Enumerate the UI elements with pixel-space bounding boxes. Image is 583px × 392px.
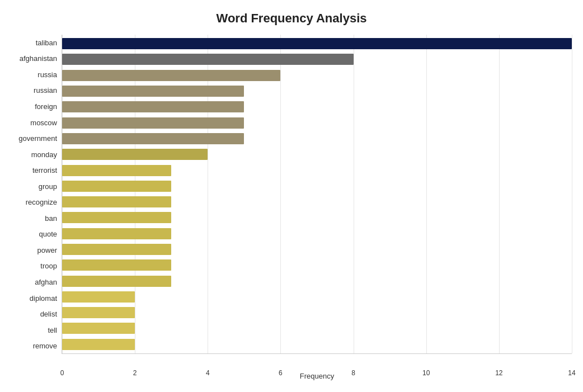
grid-line xyxy=(572,35,572,353)
bar-row xyxy=(62,164,572,177)
bar xyxy=(62,54,354,65)
y-label: ban xyxy=(45,211,57,225)
y-label: recognize xyxy=(26,195,57,210)
bar xyxy=(62,323,135,334)
plot-area: 02468101214 Frequency xyxy=(62,35,572,354)
bar xyxy=(62,133,244,144)
chart-title: Word Frequency Analysis xyxy=(11,11,572,26)
y-label: monday xyxy=(31,147,57,162)
bar-row xyxy=(62,180,572,193)
bar-row xyxy=(62,148,572,161)
bar xyxy=(62,244,171,255)
bar-row xyxy=(62,195,572,209)
bar-row xyxy=(62,132,572,145)
y-label: group xyxy=(39,179,57,193)
y-axis: talibanafghanistanrussiarussianforeignmo… xyxy=(11,35,62,354)
bar xyxy=(62,276,171,287)
bar-row xyxy=(62,338,572,351)
bar xyxy=(62,259,171,271)
bar xyxy=(62,339,135,350)
y-label: tell xyxy=(48,323,57,337)
bar-row xyxy=(62,100,572,114)
bar xyxy=(62,291,135,303)
y-label: troop xyxy=(40,259,57,273)
bar xyxy=(62,165,171,176)
bar xyxy=(62,38,572,49)
bar-row xyxy=(62,69,572,82)
y-label: quote xyxy=(39,227,57,242)
bar xyxy=(62,212,171,223)
bar xyxy=(62,70,280,81)
bar xyxy=(62,149,208,160)
y-label: foreign xyxy=(35,99,57,114)
bar-row xyxy=(62,116,572,130)
bar-row xyxy=(62,306,572,319)
y-label: russian xyxy=(34,83,57,98)
bar-row xyxy=(62,37,572,50)
bar-row xyxy=(62,243,572,256)
bar-row xyxy=(62,322,572,335)
y-label: delist xyxy=(40,307,57,322)
bar xyxy=(62,228,171,239)
bar-row xyxy=(62,211,572,224)
y-label: remove xyxy=(33,339,57,353)
chart-area: talibanafghanistanrussiarussianforeignmo… xyxy=(11,35,572,354)
x-axis-title: Frequency xyxy=(62,372,572,380)
y-label: moscow xyxy=(30,115,57,130)
y-label: diplomat xyxy=(30,291,57,305)
bar xyxy=(62,86,244,97)
bar-row xyxy=(62,227,572,240)
y-label: power xyxy=(37,243,57,257)
y-label: government xyxy=(18,131,57,146)
y-label: taliban xyxy=(36,35,57,50)
chart-container: Word Frequency Analysis talibanafghanist… xyxy=(0,0,583,392)
y-label: afghan xyxy=(35,275,57,289)
bar-row xyxy=(62,84,572,98)
bars-wrapper xyxy=(62,35,572,353)
bar xyxy=(62,117,244,129)
bar-row xyxy=(62,258,572,272)
y-label: terrorist xyxy=(32,163,57,178)
bar xyxy=(62,101,244,112)
bar xyxy=(62,181,171,192)
bar-row xyxy=(62,275,572,288)
y-label: russia xyxy=(37,67,57,82)
y-label: afghanistan xyxy=(20,51,57,66)
bar-row xyxy=(62,290,572,304)
bar xyxy=(62,196,171,207)
bar-row xyxy=(62,53,572,66)
bar xyxy=(62,307,135,318)
